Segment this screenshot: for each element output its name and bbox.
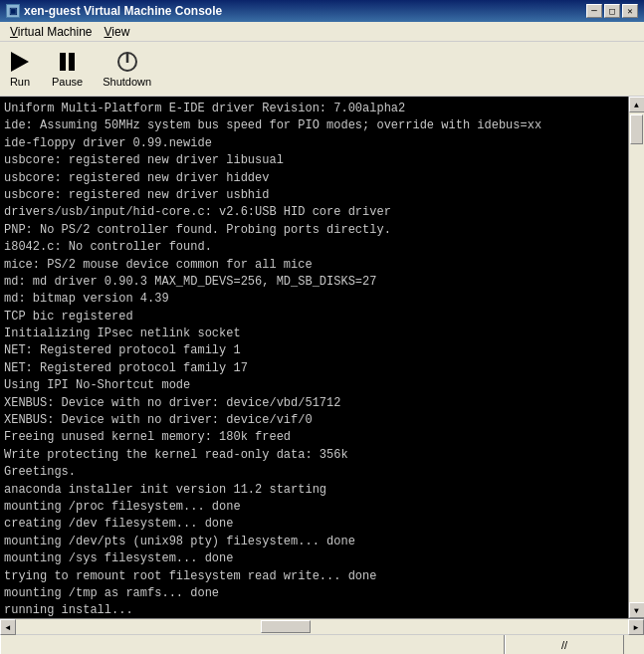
minimize-button[interactable]: ─ [586, 4, 602, 18]
title-bar-controls[interactable]: ─ □ ✕ [586, 4, 638, 18]
menu-vm-label: Virtual Machine [10, 25, 93, 39]
shutdown-label: Shutdown [103, 76, 151, 88]
title-bar-left: ▣ xen-guest Virtual Machine Console [6, 4, 222, 18]
scroll-h-track[interactable] [16, 619, 628, 634]
horizontal-scrollbar[interactable]: ◄ ► [0, 618, 644, 634]
close-button[interactable]: ✕ [622, 4, 638, 18]
console-wrapper: Uniform Multi-Platform E-IDE driver Revi… [0, 97, 644, 618]
pause-button[interactable]: Pause [52, 50, 83, 88]
pause-icon [56, 50, 80, 74]
run-button[interactable]: Run [8, 50, 32, 88]
status-middle-text: // [561, 639, 567, 651]
scroll-h-thumb[interactable] [261, 620, 311, 633]
scroll-thumb[interactable] [630, 114, 643, 144]
status-right [624, 635, 644, 654]
menu-virtual-machine[interactable]: Virtual Machine [4, 23, 99, 41]
toolbar: Run Pause Shutdown [0, 42, 644, 97]
scroll-down-button[interactable]: ▼ [629, 602, 645, 618]
status-middle: // [505, 635, 624, 654]
run-label: Run [10, 76, 30, 88]
scroll-right-button[interactable]: ► [628, 619, 644, 635]
maximize-button[interactable]: □ [604, 4, 620, 18]
shutdown-button[interactable]: Shutdown [103, 50, 151, 88]
window-icon: ▣ [6, 4, 20, 18]
power-icon [115, 50, 139, 74]
status-left [0, 635, 505, 654]
scroll-up-button[interactable]: ▲ [629, 97, 645, 112]
window-title: xen-guest Virtual Machine Console [24, 4, 222, 18]
scroll-left-button[interactable]: ◄ [0, 619, 16, 635]
console-output[interactable]: Uniform Multi-Platform E-IDE driver Revi… [0, 97, 628, 618]
title-bar: ▣ xen-guest Virtual Machine Console ─ □ … [0, 0, 644, 22]
vertical-scrollbar[interactable]: ▲ ▼ [628, 97, 644, 618]
pause-label: Pause [52, 76, 83, 88]
menu-view-label: View [105, 25, 130, 39]
status-bar: // [0, 634, 644, 654]
menu-bar: Virtual Machine View [0, 22, 644, 42]
play-icon [8, 50, 32, 74]
scroll-track[interactable] [629, 112, 644, 602]
menu-view[interactable]: View [99, 23, 136, 41]
